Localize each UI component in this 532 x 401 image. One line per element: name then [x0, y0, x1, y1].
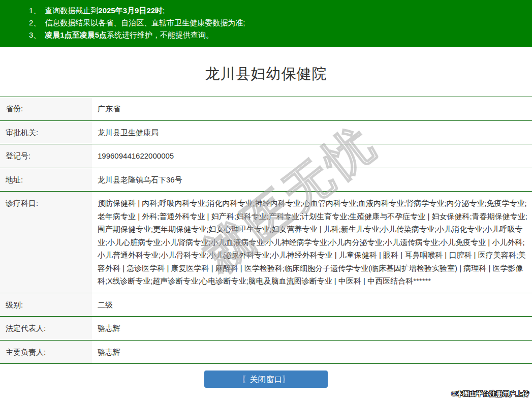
table-row-medical-subjects: 诊疗科目: 预防保健科 | 内科;呼吸内科专业;消化内科专业;神经内科专业;心血…: [0, 192, 532, 293]
table-row-legal-representative: 法定代表人: 骆志辉: [0, 317, 532, 341]
notice-number: 1、: [29, 6, 41, 15]
hospital-info-table: 省份: 广东省 审批机关: 龙川县卫生健康局 登记号: 199609441622…: [0, 97, 532, 364]
notice-text-bold: 凌晨1点至凌晨5点: [45, 30, 107, 39]
row-label: 地址:: [0, 168, 92, 192]
row-value: 骆志辉: [92, 340, 532, 364]
notice-number: 3、: [29, 30, 41, 39]
row-value: 龙川县卫生健康局: [92, 120, 532, 144]
notice-line-1: 1、查询数据截止到2025年3月9日22时;: [29, 5, 522, 17]
notice-text: ;: [163, 6, 165, 15]
photo-credit-watermark: ©本图由平台注册用户上传: [451, 389, 529, 398]
row-label: 法定代表人:: [0, 317, 92, 341]
close-window-button[interactable]: 〖关闭窗口〗: [204, 371, 328, 388]
notice-text-bold: 2025年3月9日22时: [98, 6, 163, 15]
page-title: 龙川县妇幼保健院: [0, 64, 532, 84]
notice-text: 信息数据结果以各省、自治区、直辖市卫生健康委数据为准;: [45, 18, 245, 27]
button-row: 〖关闭窗口〗: [0, 371, 532, 388]
row-label: 登记号:: [0, 144, 92, 168]
row-label: 级别:: [0, 293, 92, 317]
row-label: 主要负责人:: [0, 340, 92, 364]
notice-bar: 1、查询数据截止到2025年3月9日22时; 2、信息数据结果以各省、自治区、直…: [0, 0, 532, 47]
row-label: 诊疗科目:: [0, 192, 92, 293]
table-row-approval-authority: 审批机关: 龙川县卫生健康局: [0, 120, 532, 144]
row-value: 广东省: [92, 97, 532, 121]
table-row-province: 省份: 广东省: [0, 97, 532, 121]
table-row-registration-number: 登记号: 199609441622000005: [0, 144, 532, 168]
notice-text: 系统进行维护，不能提供查询。: [107, 30, 213, 39]
table-row-main-person-in-charge: 主要负责人: 骆志辉: [0, 340, 532, 364]
notice-text: 查询数据截止到: [45, 6, 98, 15]
row-label: 审批机关:: [0, 120, 92, 144]
row-value: 龙川县老隆镇乌石下36号: [92, 168, 532, 192]
notice-number: 2、: [29, 18, 41, 27]
table-row-level: 级别: 二级: [0, 293, 532, 317]
row-value: 预防保健科 | 内科;呼吸内科专业;消化内科专业;神经内科专业;心血管内科专业;…: [92, 192, 532, 293]
notice-line-3: 3、凌晨1点至凌晨5点系统进行维护，不能提供查询。: [29, 29, 522, 41]
notice-line-2: 2、信息数据结果以各省、自治区、直辖市卫生健康委数据为准;: [29, 17, 522, 29]
row-value: 二级: [92, 293, 532, 317]
row-label: 省份:: [0, 97, 92, 121]
row-value: 骆志辉: [92, 317, 532, 341]
table-row-address: 地址: 龙川县老隆镇乌石下36号: [0, 168, 532, 192]
row-value: 199609441622000005: [92, 144, 532, 168]
